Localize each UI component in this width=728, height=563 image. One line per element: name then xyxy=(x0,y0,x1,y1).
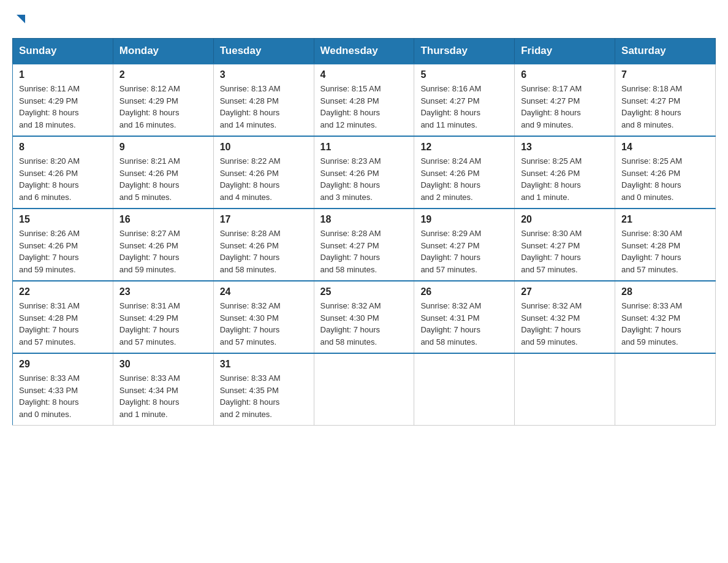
calendar-cell: 3Sunrise: 8:13 AMSunset: 4:28 PMDaylight… xyxy=(213,64,314,136)
day-info: Sunrise: 8:32 AMSunset: 4:31 PMDaylight:… xyxy=(420,300,508,348)
calendar-week-3: 15Sunrise: 8:26 AMSunset: 4:26 PMDayligh… xyxy=(13,209,716,281)
day-number: 19 xyxy=(420,214,508,225)
day-info: Sunrise: 8:26 AMSunset: 4:26 PMDaylight:… xyxy=(19,228,107,275)
day-info: Sunrise: 8:32 AMSunset: 4:30 PMDaylight:… xyxy=(220,300,308,348)
day-info: Sunrise: 8:13 AMSunset: 4:28 PMDaylight:… xyxy=(220,83,308,131)
calendar-cell: 12Sunrise: 8:24 AMSunset: 4:26 PMDayligh… xyxy=(414,136,515,209)
day-number: 29 xyxy=(19,359,107,370)
day-info: Sunrise: 8:31 AMSunset: 4:28 PMDaylight:… xyxy=(19,300,107,348)
calendar-cell: 2Sunrise: 8:12 AMSunset: 4:29 PMDaylight… xyxy=(113,64,213,136)
calendar-cell xyxy=(414,353,515,426)
calendar-cell: 19Sunrise: 8:29 AMSunset: 4:27 PMDayligh… xyxy=(414,209,515,281)
calendar-cell: 11Sunrise: 8:23 AMSunset: 4:26 PMDayligh… xyxy=(314,136,414,209)
day-header-thursday: Thursday xyxy=(414,39,515,64)
day-info: Sunrise: 8:33 AMSunset: 4:34 PMDaylight:… xyxy=(119,372,207,420)
day-number: 13 xyxy=(521,142,609,153)
calendar-cell xyxy=(515,353,615,426)
day-number: 14 xyxy=(621,142,709,153)
day-number: 7 xyxy=(621,69,709,80)
day-number: 20 xyxy=(521,214,609,225)
day-number: 5 xyxy=(420,69,508,80)
calendar-cell: 14Sunrise: 8:25 AMSunset: 4:26 PMDayligh… xyxy=(615,136,716,209)
day-info: Sunrise: 8:24 AMSunset: 4:26 PMDaylight:… xyxy=(420,155,508,203)
day-number: 4 xyxy=(320,69,408,80)
calendar-cell: 5Sunrise: 8:16 AMSunset: 4:27 PMDaylight… xyxy=(414,64,515,136)
day-number: 16 xyxy=(119,214,207,225)
day-number: 22 xyxy=(19,286,107,297)
calendar-cell: 25Sunrise: 8:32 AMSunset: 4:30 PMDayligh… xyxy=(314,281,414,353)
day-info: Sunrise: 8:28 AMSunset: 4:26 PMDaylight:… xyxy=(220,228,308,275)
day-info: Sunrise: 8:30 AMSunset: 4:28 PMDaylight:… xyxy=(621,228,709,275)
calendar-cell: 27Sunrise: 8:32 AMSunset: 4:32 PMDayligh… xyxy=(515,281,615,353)
day-number: 25 xyxy=(320,286,408,297)
day-info: Sunrise: 8:33 AMSunset: 4:35 PMDaylight:… xyxy=(220,372,308,420)
calendar-cell xyxy=(615,353,716,426)
calendar-cell: 22Sunrise: 8:31 AMSunset: 4:28 PMDayligh… xyxy=(13,281,113,353)
day-number: 28 xyxy=(621,286,709,297)
calendar-cell: 13Sunrise: 8:25 AMSunset: 4:26 PMDayligh… xyxy=(515,136,615,209)
day-info: Sunrise: 8:18 AMSunset: 4:27 PMDaylight:… xyxy=(621,83,709,131)
calendar-cell: 24Sunrise: 8:32 AMSunset: 4:30 PMDayligh… xyxy=(213,281,314,353)
calendar-cell: 20Sunrise: 8:30 AMSunset: 4:27 PMDayligh… xyxy=(515,209,615,281)
day-header-tuesday: Tuesday xyxy=(213,39,314,64)
day-info: Sunrise: 8:27 AMSunset: 4:26 PMDaylight:… xyxy=(119,228,207,275)
day-number: 24 xyxy=(220,286,308,297)
day-info: Sunrise: 8:23 AMSunset: 4:26 PMDaylight:… xyxy=(320,155,408,203)
calendar-week-5: 29Sunrise: 8:33 AMSunset: 4:33 PMDayligh… xyxy=(13,353,716,426)
calendar-cell: 9Sunrise: 8:21 AMSunset: 4:26 PMDaylight… xyxy=(113,136,213,209)
logo-arrow-icon xyxy=(14,12,28,28)
day-info: Sunrise: 8:20 AMSunset: 4:26 PMDaylight:… xyxy=(19,155,107,203)
day-number: 2 xyxy=(119,69,207,80)
day-header-wednesday: Wednesday xyxy=(314,39,414,64)
logo xyxy=(12,12,28,28)
day-header-saturday: Saturday xyxy=(615,39,716,64)
calendar-cell: 28Sunrise: 8:33 AMSunset: 4:32 PMDayligh… xyxy=(615,281,716,353)
calendar-cell: 4Sunrise: 8:15 AMSunset: 4:28 PMDaylight… xyxy=(314,64,414,136)
day-info: Sunrise: 8:16 AMSunset: 4:27 PMDaylight:… xyxy=(420,83,508,131)
day-info: Sunrise: 8:30 AMSunset: 4:27 PMDaylight:… xyxy=(521,228,609,275)
day-info: Sunrise: 8:11 AMSunset: 4:29 PMDaylight:… xyxy=(19,83,107,131)
day-info: Sunrise: 8:25 AMSunset: 4:26 PMDaylight:… xyxy=(621,155,709,203)
day-info: Sunrise: 8:15 AMSunset: 4:28 PMDaylight:… xyxy=(320,83,408,131)
day-number: 17 xyxy=(220,214,308,225)
svg-marker-0 xyxy=(17,15,25,23)
day-number: 31 xyxy=(220,359,308,370)
calendar-cell: 17Sunrise: 8:28 AMSunset: 4:26 PMDayligh… xyxy=(213,209,314,281)
day-header-sunday: Sunday xyxy=(13,39,113,64)
page-header xyxy=(12,12,716,28)
calendar-cell: 7Sunrise: 8:18 AMSunset: 4:27 PMDaylight… xyxy=(615,64,716,136)
day-info: Sunrise: 8:33 AMSunset: 4:33 PMDaylight:… xyxy=(19,372,107,420)
day-number: 27 xyxy=(521,286,609,297)
day-number: 21 xyxy=(621,214,709,225)
calendar-cell: 1Sunrise: 8:11 AMSunset: 4:29 PMDaylight… xyxy=(13,64,113,136)
day-number: 6 xyxy=(521,69,609,80)
calendar-cell: 6Sunrise: 8:17 AMSunset: 4:27 PMDaylight… xyxy=(515,64,615,136)
day-number: 9 xyxy=(119,142,207,153)
calendar-cell: 30Sunrise: 8:33 AMSunset: 4:34 PMDayligh… xyxy=(113,353,213,426)
calendar-cell: 26Sunrise: 8:32 AMSunset: 4:31 PMDayligh… xyxy=(414,281,515,353)
calendar-cell: 15Sunrise: 8:26 AMSunset: 4:26 PMDayligh… xyxy=(13,209,113,281)
day-number: 1 xyxy=(19,69,107,80)
day-number: 18 xyxy=(320,214,408,225)
day-info: Sunrise: 8:17 AMSunset: 4:27 PMDaylight:… xyxy=(521,83,609,131)
day-number: 3 xyxy=(220,69,308,80)
calendar-week-1: 1Sunrise: 8:11 AMSunset: 4:29 PMDaylight… xyxy=(13,64,716,136)
day-number: 26 xyxy=(420,286,508,297)
day-info: Sunrise: 8:22 AMSunset: 4:26 PMDaylight:… xyxy=(220,155,308,203)
day-header-monday: Monday xyxy=(113,39,213,64)
day-number: 23 xyxy=(119,286,207,297)
day-info: Sunrise: 8:31 AMSunset: 4:29 PMDaylight:… xyxy=(119,300,207,348)
calendar-cell: 29Sunrise: 8:33 AMSunset: 4:33 PMDayligh… xyxy=(13,353,113,426)
day-header-friday: Friday xyxy=(515,39,615,64)
day-info: Sunrise: 8:25 AMSunset: 4:26 PMDaylight:… xyxy=(521,155,609,203)
calendar-cell: 18Sunrise: 8:28 AMSunset: 4:27 PMDayligh… xyxy=(314,209,414,281)
calendar-cell: 8Sunrise: 8:20 AMSunset: 4:26 PMDaylight… xyxy=(13,136,113,209)
calendar-week-2: 8Sunrise: 8:20 AMSunset: 4:26 PMDaylight… xyxy=(13,136,716,209)
calendar-header-row: SundayMondayTuesdayWednesdayThursdayFrid… xyxy=(13,39,716,64)
calendar-cell: 23Sunrise: 8:31 AMSunset: 4:29 PMDayligh… xyxy=(113,281,213,353)
day-info: Sunrise: 8:12 AMSunset: 4:29 PMDaylight:… xyxy=(119,83,207,131)
day-info: Sunrise: 8:32 AMSunset: 4:32 PMDaylight:… xyxy=(521,300,609,348)
calendar-cell: 31Sunrise: 8:33 AMSunset: 4:35 PMDayligh… xyxy=(213,353,314,426)
day-number: 30 xyxy=(119,359,207,370)
day-info: Sunrise: 8:32 AMSunset: 4:30 PMDaylight:… xyxy=(320,300,408,348)
